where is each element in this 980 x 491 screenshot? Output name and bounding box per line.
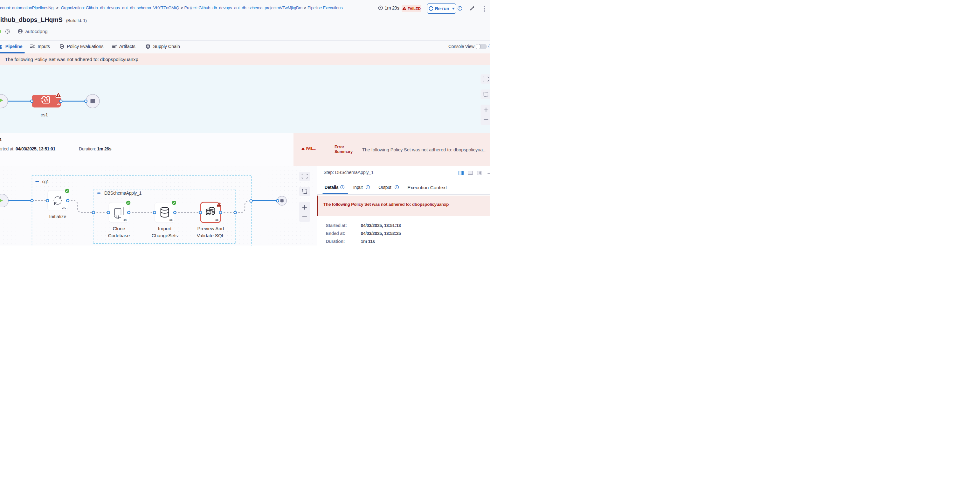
svg-text:Codebase: Codebase bbox=[108, 233, 130, 238]
svg-text:</>: </> bbox=[215, 218, 219, 222]
svg-text:cs1: cs1 bbox=[41, 112, 48, 118]
svg-text:</>: </> bbox=[57, 103, 60, 106]
svg-text:ChangeSets: ChangeSets bbox=[152, 233, 178, 238]
svg-text:Import: Import bbox=[158, 226, 172, 231]
svg-text:Preview And: Preview And bbox=[197, 226, 224, 231]
svg-text:</>: </> bbox=[169, 218, 173, 222]
svg-text:Validate SQL: Validate SQL bbox=[197, 233, 224, 238]
svg-text:</>: </> bbox=[123, 218, 127, 222]
svg-text:DBSchemaApply_1: DBSchemaApply_1 bbox=[104, 191, 142, 195]
svg-text:cg1: cg1 bbox=[42, 179, 49, 184]
svg-text:</>: </> bbox=[62, 207, 66, 210]
svg-text:Clone: Clone bbox=[113, 226, 125, 231]
svg-text:Initialize: Initialize bbox=[49, 214, 66, 219]
